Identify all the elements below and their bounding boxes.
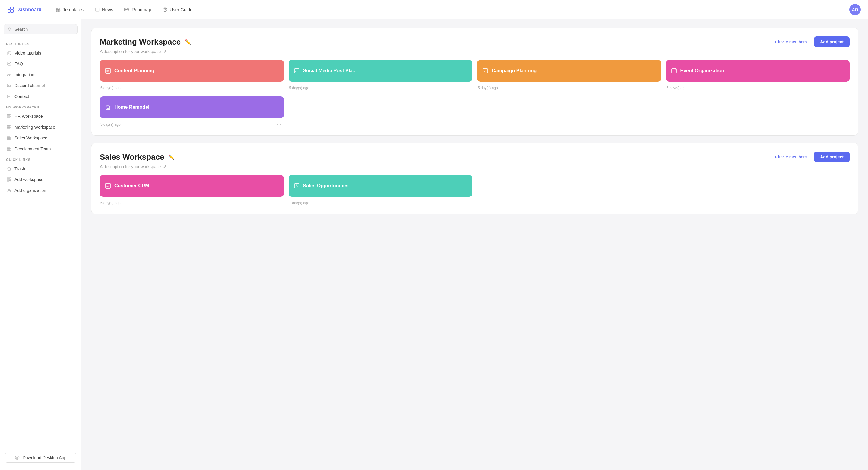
more-workspace-btn[interactable]: ··· bbox=[194, 38, 200, 46]
edit-desc-icon[interactable] bbox=[162, 50, 166, 54]
roadmap-icon bbox=[124, 7, 129, 12]
sidebar-item-trash[interactable]: Trash bbox=[4, 164, 78, 173]
project-card-social-media[interactable]: Social Media Post Pla... bbox=[289, 60, 473, 82]
project-more-btn[interactable]: ··· bbox=[464, 199, 472, 207]
project-name: Customer CRM bbox=[114, 183, 279, 189]
workspace-desc-text-sales: A description for your workspace bbox=[100, 164, 161, 169]
add-project-btn-marketing[interactable]: Add project bbox=[814, 36, 849, 47]
sidebar-item-integrations[interactable]: Integrations bbox=[4, 70, 78, 79]
project-time: 5 day(s) ago bbox=[100, 122, 121, 127]
video-icon bbox=[7, 51, 11, 56]
nav-news-label: News bbox=[102, 7, 114, 12]
workspace-desc-marketing: A description for your workspace bbox=[100, 49, 849, 54]
nav-item-news[interactable]: News bbox=[90, 4, 118, 15]
workspace-card-marketing: Marketing Workspace ✏️ ··· + Invite memb… bbox=[91, 28, 858, 136]
add-workspace-icon bbox=[7, 177, 11, 182]
edit-workspace-btn-sales[interactable]: ✏️ bbox=[167, 153, 176, 161]
sidebar-label: Marketing Workspace bbox=[14, 125, 55, 130]
gift-icon bbox=[56, 7, 61, 12]
workspace-icon bbox=[7, 136, 11, 140]
svg-point-13 bbox=[9, 65, 9, 65]
dashboard-logo[interactable]: Dashboard bbox=[7, 6, 42, 13]
workspace-icon bbox=[7, 125, 11, 130]
edit-workspace-btn[interactable]: ✏️ bbox=[184, 38, 192, 46]
workspace-icon bbox=[7, 146, 11, 151]
project-more-btn[interactable]: ··· bbox=[464, 84, 472, 92]
edit-desc-icon-sales[interactable] bbox=[162, 165, 166, 169]
sidebar-label: HR Workspace bbox=[14, 114, 43, 119]
project-more-btn[interactable]: ··· bbox=[652, 84, 660, 92]
invite-members-btn-marketing[interactable]: + Invite members bbox=[771, 37, 810, 47]
svg-point-9 bbox=[165, 10, 165, 11]
sidebar-item-add-organization[interactable]: Add organization bbox=[4, 186, 78, 195]
sidebar-item-sales-workspace[interactable]: Sales Workspace bbox=[4, 133, 78, 143]
project-wrapper-sales-opps: Sales Opportunities 1 day(s) ago ··· bbox=[289, 175, 473, 207]
svg-rect-26 bbox=[7, 138, 9, 140]
project-wrapper-content-planning: Content Planning 5 day(s) ago ··· bbox=[100, 60, 284, 92]
topnav: Dashboard Templates News bbox=[0, 0, 868, 19]
search-input[interactable] bbox=[14, 27, 73, 32]
more-workspace-btn-sales[interactable]: ··· bbox=[177, 153, 184, 161]
download-label: Download Desktop App bbox=[23, 455, 67, 460]
sidebar-label: FAQ bbox=[14, 62, 23, 66]
project-name: Home Remodel bbox=[114, 105, 279, 110]
download-desktop-btn[interactable]: Download Desktop App bbox=[5, 452, 76, 463]
sidebar-item-development-team[interactable]: Development Team bbox=[4, 144, 78, 154]
sales-opps-icon bbox=[293, 182, 300, 189]
project-card-content-planning[interactable]: Content Planning bbox=[100, 60, 284, 82]
sidebar-item-video-tutorials[interactable]: Video tutorials bbox=[4, 48, 78, 58]
help-icon bbox=[162, 7, 168, 12]
svg-rect-22 bbox=[7, 128, 9, 129]
sidebar-label: Video tutorials bbox=[14, 51, 41, 56]
workspace-title-sales: Sales Workspace bbox=[100, 153, 164, 162]
project-wrapper-customer-crm: Customer CRM 5 day(s) ago ··· bbox=[100, 175, 284, 207]
project-more-btn[interactable]: ··· bbox=[841, 84, 849, 92]
sidebar-item-marketing-workspace[interactable]: Marketing Workspace bbox=[4, 122, 78, 132]
svg-rect-32 bbox=[7, 178, 9, 179]
workspace-header-sales: Sales Workspace ✏️ ··· + Invite members … bbox=[100, 152, 849, 162]
project-name: Campaign Planning bbox=[492, 68, 656, 73]
home-icon bbox=[105, 104, 111, 110]
svg-rect-2 bbox=[8, 10, 10, 12]
svg-rect-19 bbox=[9, 116, 11, 118]
sidebar-item-discord[interactable]: Discord channel bbox=[4, 81, 78, 90]
trash-icon bbox=[7, 166, 11, 171]
avatar[interactable]: AO bbox=[849, 4, 861, 15]
sidebar-label: Sales Workspace bbox=[14, 136, 48, 140]
svg-rect-40 bbox=[483, 69, 488, 73]
svg-point-12 bbox=[7, 62, 11, 66]
topnav-items: Templates News Roadmap bbox=[51, 4, 849, 15]
project-wrapper-social-media: Social Media Post Pla... 5 day(s) ago ··… bbox=[289, 60, 473, 92]
project-card-event[interactable]: Event Organization bbox=[666, 60, 850, 82]
project-meta-home-remodel: 5 day(s) ago ··· bbox=[100, 121, 284, 128]
quicklinks-section-label: QUICK LINKS bbox=[4, 155, 78, 163]
nav-item-userguide[interactable]: User Guide bbox=[158, 4, 197, 15]
project-card-sales-opps[interactable]: Sales Opportunities bbox=[289, 175, 473, 197]
project-time: 5 day(s) ago bbox=[289, 86, 309, 90]
sidebar-item-faq[interactable]: FAQ bbox=[4, 59, 78, 69]
project-time: 5 day(s) ago bbox=[478, 86, 498, 90]
nav-item-templates[interactable]: Templates bbox=[51, 4, 88, 15]
sidebar-item-contact[interactable]: Contact bbox=[4, 92, 78, 101]
sidebar-label: Trash bbox=[14, 166, 25, 171]
project-card-home-remodel[interactable]: Home Remodel bbox=[100, 96, 284, 118]
search-container bbox=[4, 24, 78, 34]
svg-rect-7 bbox=[128, 8, 129, 11]
social-media-icon bbox=[293, 67, 300, 74]
svg-rect-30 bbox=[7, 149, 9, 150]
sidebar-item-hr-workspace[interactable]: HR Workspace bbox=[4, 111, 78, 121]
invite-members-btn-sales[interactable]: + Invite members bbox=[771, 152, 810, 162]
search-icon bbox=[7, 27, 12, 32]
project-more-btn[interactable]: ··· bbox=[275, 121, 283, 128]
project-card-campaign[interactable]: Campaign Planning bbox=[477, 60, 661, 82]
svg-rect-17 bbox=[9, 114, 11, 116]
project-time: 5 day(s) ago bbox=[666, 86, 687, 90]
nav-item-roadmap[interactable]: Roadmap bbox=[120, 4, 155, 15]
project-more-btn[interactable]: ··· bbox=[275, 84, 283, 92]
add-project-btn-sales[interactable]: Add project bbox=[814, 152, 849, 162]
svg-rect-41 bbox=[484, 71, 485, 72]
nav-userguide-label: User Guide bbox=[170, 7, 193, 12]
sidebar-item-add-workspace[interactable]: Add workspace bbox=[4, 175, 78, 184]
project-more-btn[interactable]: ··· bbox=[275, 199, 283, 207]
project-card-customer-crm[interactable]: Customer CRM bbox=[100, 175, 284, 197]
